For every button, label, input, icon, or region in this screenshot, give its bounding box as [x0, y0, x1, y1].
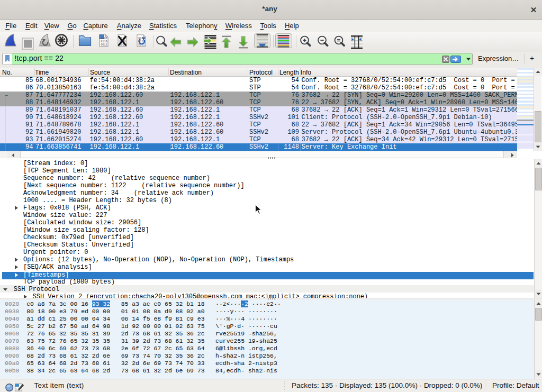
svg-text:0011: 0011: [101, 43, 107, 47]
